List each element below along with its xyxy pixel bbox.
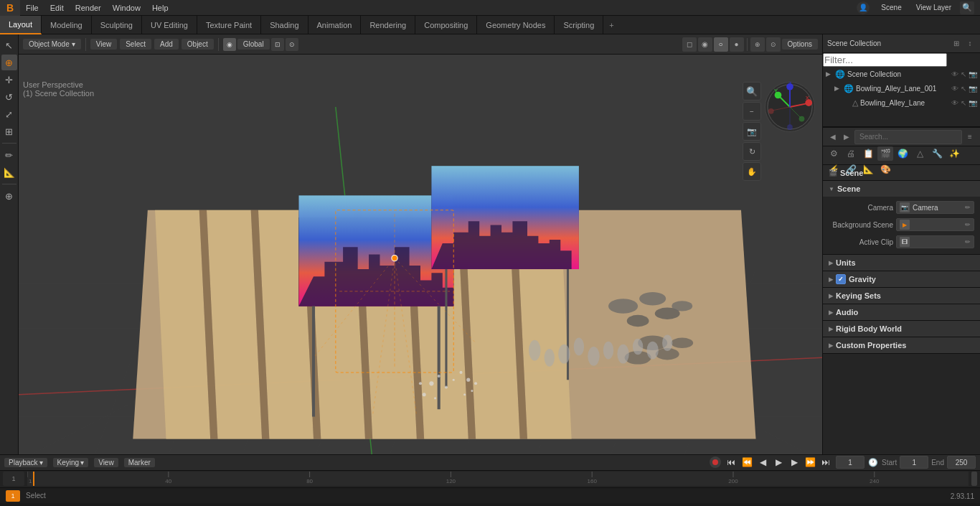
camera-view-button[interactable]: 📷 [743, 122, 761, 141]
menu-render[interactable]: Render [70, 0, 107, 16]
shading-solid[interactable]: ◉ [698, 37, 712, 52]
annotate-tool[interactable]: ✏ [1, 147, 17, 163]
active-clip-edit[interactable]: ✏ [965, 238, 971, 245]
zoom-in-button[interactable]: 🔍 [743, 82, 761, 100]
vis-eye-lane[interactable]: 👁 [951, 99, 958, 107]
search-icon[interactable]: 🔍 [960, 1, 974, 14]
transform-tool[interactable]: ⊞ [1, 123, 17, 139]
tab-geometry-nodes[interactable]: Geometry Nodes [477, 16, 555, 34]
properties-search-input[interactable] [854, 130, 962, 144]
menu-file[interactable]: File [20, 0, 44, 16]
props-tab-material[interactable]: 🎨 [877, 162, 893, 177]
vis-render-lane001[interactable]: 📷 [969, 85, 977, 93]
props-tab-scene[interactable]: 🎬 [877, 146, 893, 161]
jump-end-button[interactable]: ⏭ [819, 455, 833, 469]
viewport-gizmo[interactable]: X Y Z [765, 82, 815, 132]
outliner-item-scene-collection[interactable]: ▶ 🌐 Scene Collection 👁 ↖ 📷 [823, 67, 980, 81]
vis-eye[interactable]: 👁 [951, 70, 958, 78]
outliner-search-input[interactable] [823, 53, 947, 67]
tab-sculpting[interactable]: Sculpting [92, 16, 142, 34]
status-select-indicator[interactable]: 1 [6, 490, 20, 502]
props-tab-particles[interactable]: ✨ [946, 146, 962, 161]
outliner-item-lane[interactable]: △ Bowling_Alley_Lane 👁 ↖ 📷 [823, 95, 980, 110]
tab-shading[interactable]: Shading [261, 16, 308, 34]
keying-section-header[interactable]: ▶ Keying Sets [823, 288, 980, 304]
add-menu[interactable]: Add [154, 39, 179, 50]
view-layer-selector[interactable]: View Layer [910, 0, 957, 16]
tab-texture-paint[interactable]: Texture Paint [197, 16, 261, 34]
marker-menu[interactable]: Marker [124, 458, 155, 467]
end-frame-field[interactable]: 250 [947, 456, 976, 469]
next-frame-button[interactable]: ▶ [787, 455, 801, 469]
select-tool[interactable]: ↖ [1, 37, 17, 53]
viewport-3d[interactable]: Object Mode ▾ View Select Add Object ◉ G… [19, 34, 822, 454]
gravity-section-header[interactable]: ▶ Gravity [823, 271, 980, 287]
jump-start-button[interactable]: ⏮ [724, 455, 738, 469]
zoom-out-button[interactable]: − [743, 102, 761, 121]
view-menu[interactable]: View [90, 39, 118, 50]
props-nav-left[interactable]: ◀ [827, 131, 839, 143]
shading-wire[interactable]: ◻ [682, 37, 697, 52]
menu-edit[interactable]: Edit [44, 0, 70, 16]
vis-eye-lane001[interactable]: 👁 [951, 85, 958, 93]
view-menu-tl[interactable]: View [94, 458, 118, 467]
current-frame-field[interactable]: 1 [836, 456, 864, 469]
shading-render[interactable]: ● [730, 37, 744, 52]
gravity-checkbox[interactable] [836, 274, 846, 284]
props-tab-world[interactable]: 🌍 [895, 146, 910, 161]
tab-layout[interactable]: Layout [0, 16, 42, 34]
props-tab-modifier[interactable]: 🔧 [929, 146, 945, 161]
audio-section-header[interactable]: ▶ Audio [823, 304, 980, 320]
start-frame-field[interactable]: 1 [900, 456, 928, 469]
outliner-filter-icon[interactable]: ⊞ [951, 38, 962, 50]
move-tool[interactable]: ✛ [1, 72, 17, 88]
units-section-header[interactable]: ▶ Units [823, 255, 980, 271]
playback-menu[interactable]: Playback ▾ [4, 458, 47, 467]
shading-material[interactable]: ○ [714, 37, 728, 52]
rigid-body-section-header[interactable]: ▶ Rigid Body World [823, 321, 980, 337]
prev-keyframe-button[interactable]: ⏪ [740, 455, 754, 469]
proportional-edit[interactable]: ⊙ [286, 38, 298, 51]
cursor-tool[interactable]: ⊕ [1, 55, 17, 70]
menu-help[interactable]: Help [146, 0, 174, 16]
tab-compositing[interactable]: Compositing [415, 16, 477, 34]
tab-modeling[interactable]: Modeling [42, 16, 92, 34]
orbit-button[interactable]: ↻ [743, 142, 761, 161]
gizmo-toggle[interactable]: ⊙ [766, 37, 781, 52]
bg-scene-field[interactable]: ▶ ✏ [896, 218, 974, 231]
timeline-ruler[interactable]: 1 40 80 120 160 200 240 [27, 472, 969, 486]
object-menu[interactable]: Object [182, 39, 214, 50]
prev-frame-button[interactable]: ◀ [755, 455, 770, 469]
props-tab-view-layer[interactable]: 📋 [860, 146, 876, 161]
props-tab-object[interactable]: △ [912, 146, 928, 161]
bg-scene-edit[interactable]: ✏ [965, 221, 971, 228]
vis-select-lane[interactable]: ↖ [961, 99, 966, 107]
time-icon[interactable]: 🕐 [867, 456, 879, 468]
props-nav-right[interactable]: ▶ [841, 131, 852, 143]
mode-selector[interactable]: Object Mode ▾ [23, 39, 81, 50]
timeline-scroll-handle[interactable] [971, 472, 977, 486]
next-keyframe-button[interactable]: ⏩ [803, 455, 817, 469]
gizmo-circle[interactable]: X Y Z [765, 82, 815, 132]
rotate-tool[interactable]: ↺ [1, 89, 17, 105]
scene-selector[interactable]: Scene [875, 0, 907, 16]
vis-select-lane001[interactable]: ↖ [961, 85, 966, 93]
camera-field[interactable]: 📷 Camera ✏ [896, 201, 974, 214]
tab-rendering[interactable]: Rendering [361, 16, 415, 34]
props-options[interactable]: ≡ [964, 131, 976, 143]
outliner-sort-icon[interactable]: ↕ [964, 38, 976, 50]
overlay-toggle[interactable]: ⊕ [750, 37, 765, 52]
snap-toggle[interactable]: ⊡ [271, 38, 284, 51]
outliner-item-lane-001[interactable]: ▶ 🌐 Bowling_Alley_Lane_001 👁 ↖ 📷 [823, 81, 980, 95]
options-menu[interactable]: Options [782, 39, 818, 50]
select-menu[interactable]: Select [120, 39, 151, 50]
transform-orientation[interactable]: Global [237, 39, 270, 50]
play-button[interactable]: ▶ [771, 455, 786, 469]
scale-tool[interactable]: ⤢ [1, 106, 17, 122]
tab-uv-editing[interactable]: UV Editing [142, 16, 197, 34]
vis-render[interactable]: 📷 [969, 70, 977, 78]
pan-button[interactable]: ✋ [743, 162, 761, 181]
tab-scripting[interactable]: Scripting [555, 16, 603, 34]
vis-select[interactable]: ↖ [961, 70, 966, 78]
keying-menu[interactable]: Keying ▾ [53, 458, 89, 467]
